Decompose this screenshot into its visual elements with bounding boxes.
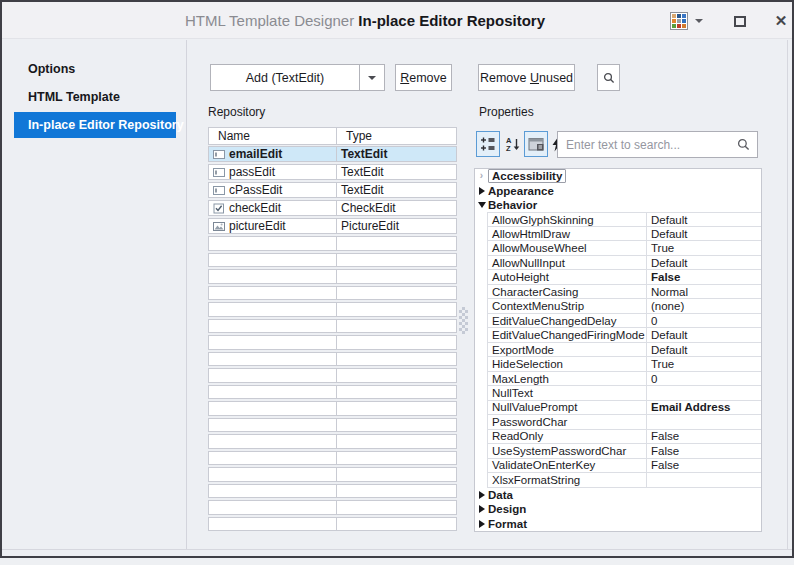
repository-cell-name[interactable]: emailEdit — [208, 146, 337, 162]
property-row-ExportMode[interactable]: ExportModeDefault — [487, 343, 761, 357]
property-row-AllowNullInput[interactable]: AllowNullInputDefault — [487, 256, 761, 270]
repository-cell-type[interactable]: TextEdit — [336, 164, 457, 180]
repository-empty-row — [208, 401, 457, 418]
property-pages-button[interactable] — [524, 131, 548, 157]
property-value[interactable]: (none) — [647, 299, 761, 313]
repository-cell-type — [336, 368, 457, 383]
search-input[interactable] — [558, 138, 737, 152]
property-value[interactable]: Default — [647, 343, 761, 357]
property-row-XlsxFormatString[interactable]: XlsxFormatString — [487, 473, 761, 487]
category-behavior[interactable]: Behavior — [475, 198, 761, 212]
property-value[interactable]: Email Address — [647, 401, 761, 415]
property-name: ReadOnly — [487, 430, 647, 444]
property-value[interactable] — [647, 415, 761, 429]
repository-cell-name — [208, 401, 337, 416]
repository-cell-type[interactable]: TextEdit — [336, 146, 457, 162]
repository-empty-row — [208, 368, 457, 385]
property-row-ContextMenuStrip[interactable]: ContextMenuStrip(none) — [487, 299, 761, 313]
property-value[interactable] — [647, 386, 761, 400]
property-name: HideSelection — [487, 357, 647, 371]
repository-row-cPassEdit[interactable]: cPassEditTextEdit — [208, 182, 457, 200]
property-value[interactable]: True — [647, 357, 761, 371]
add-button-label[interactable]: Add (TextEdit) — [211, 71, 359, 85]
property-row-AllowGlyphSkinning[interactable]: AllowGlyphSkinningDefault — [487, 212, 761, 226]
property-name: AllowNullInput — [487, 256, 647, 270]
property-value[interactable]: Normal — [647, 285, 761, 299]
title-bar[interactable]: HTML Template Designer In-place Editor R… — [2, 2, 792, 39]
property-value[interactable]: Default — [647, 256, 761, 270]
repository-cell-name[interactable]: cPassEdit — [208, 182, 337, 198]
property-row-AllowMouseWheel[interactable]: AllowMouseWheelTrue — [487, 241, 761, 255]
property-row-PasswordChar[interactable]: PasswordChar — [487, 415, 761, 429]
sidebar-item-in-place-editor-repository[interactable]: In-place Editor Repository — [14, 112, 176, 138]
repository-cell-name[interactable]: pictureEdit — [208, 218, 337, 234]
property-row-NullText[interactable]: NullText — [487, 386, 761, 400]
svg-text:Z: Z — [506, 144, 511, 152]
property-row-HideSelection[interactable]: HideSelectionTrue — [487, 357, 761, 371]
repository-cell-type[interactable]: CheckEdit — [336, 200, 457, 216]
repository-cell-type — [336, 500, 457, 515]
repository-cell-type[interactable]: TextEdit — [336, 182, 457, 198]
repository-cell-name — [208, 467, 337, 482]
add-split-button[interactable]: Add (TextEdit) — [210, 64, 385, 91]
triangle-down-icon — [475, 202, 488, 208]
property-value[interactable]: Default — [647, 227, 761, 241]
repository-cell-name[interactable]: passEdit — [208, 164, 337, 180]
category-accessibility[interactable]: ›Accessibility — [475, 169, 761, 183]
property-row-CharacterCasing[interactable]: CharacterCasingNormal — [487, 285, 761, 299]
maximize-button[interactable] — [726, 10, 754, 32]
splitter-grip[interactable] — [459, 307, 468, 334]
property-row-ValidateOnEnterKey[interactable]: ValidateOnEnterKeyFalse — [487, 459, 761, 473]
repository-cell-type — [336, 352, 457, 367]
property-value[interactable]: Default — [647, 328, 761, 342]
repository-cell-name — [208, 319, 337, 334]
property-value[interactable]: False — [647, 270, 761, 284]
find-button[interactable] — [597, 64, 620, 91]
column-header-name[interactable]: Name — [208, 127, 337, 145]
property-value[interactable]: False — [647, 430, 761, 444]
repository-cell-type — [336, 236, 457, 251]
property-value[interactable]: False — [647, 444, 761, 458]
property-value[interactable]: 0 — [647, 372, 761, 386]
skin-selector-button[interactable] — [664, 10, 708, 32]
repository-cell-name — [208, 418, 337, 433]
add-dropdown-button[interactable] — [359, 65, 384, 90]
categorized-button[interactable] — [476, 131, 500, 157]
property-row-MaxLength[interactable]: MaxLength0 — [487, 372, 761, 386]
remove-unused-button[interactable]: Remove Unused — [478, 64, 575, 91]
property-grid: ›AccessibilityAppearanceBehaviorAllowGly… — [474, 168, 762, 532]
repository-cell-type — [336, 253, 457, 268]
repository-cell-name[interactable]: checkEdit — [208, 200, 337, 216]
property-row-EditValueChangedDelay[interactable]: EditValueChangedDelay0 — [487, 314, 761, 328]
repository-row-checkEdit[interactable]: checkEditCheckEdit — [208, 200, 457, 218]
sidebar-item-html-template[interactable]: HTML Template — [14, 84, 176, 110]
property-value[interactable]: Default — [647, 212, 761, 226]
category-data[interactable]: Data — [475, 488, 761, 502]
property-value[interactable] — [647, 473, 761, 487]
sidebar-item-options[interactable]: Options — [14, 56, 176, 82]
property-row-NullValuePrompt[interactable]: NullValuePromptEmail Address — [487, 401, 761, 415]
property-row-UseSystemPasswordChar[interactable]: UseSystemPasswordCharFalse — [487, 444, 761, 458]
property-row-EditValueChangedFiringMode[interactable]: EditValueChangedFiringModeDefault — [487, 328, 761, 342]
repository-row-passEdit[interactable]: passEditTextEdit — [208, 164, 457, 182]
remove-button[interactable]: Remove — [395, 64, 452, 91]
repository-row-pictureEdit[interactable]: pictureEditPictureEdit — [208, 218, 457, 236]
property-name: CharacterCasing — [487, 285, 647, 299]
property-value[interactable]: False — [647, 459, 761, 473]
repository-row-emailEdit[interactable]: emailEditTextEdit — [208, 146, 457, 164]
sort-az-button[interactable]: AZ — [502, 131, 523, 157]
repository-cell-name — [208, 253, 337, 268]
property-row-AutoHeight[interactable]: AutoHeightFalse — [487, 270, 761, 284]
properties-search-box[interactable] — [557, 131, 758, 158]
property-row-AllowHtmlDraw[interactable]: AllowHtmlDrawDefault — [487, 227, 761, 241]
category-design[interactable]: Design — [475, 502, 761, 516]
property-row-ReadOnly[interactable]: ReadOnlyFalse — [487, 430, 761, 444]
repository-cell-type[interactable]: PictureEdit — [336, 218, 457, 234]
category-appearance[interactable]: Appearance — [475, 183, 761, 197]
property-value[interactable]: True — [647, 241, 761, 255]
content-bottom-edge — [2, 549, 792, 550]
column-header-type[interactable]: Type — [336, 127, 457, 145]
property-value[interactable]: 0 — [647, 314, 761, 328]
close-button[interactable]: ✕ — [768, 10, 794, 32]
category-format[interactable]: Format — [475, 517, 761, 531]
